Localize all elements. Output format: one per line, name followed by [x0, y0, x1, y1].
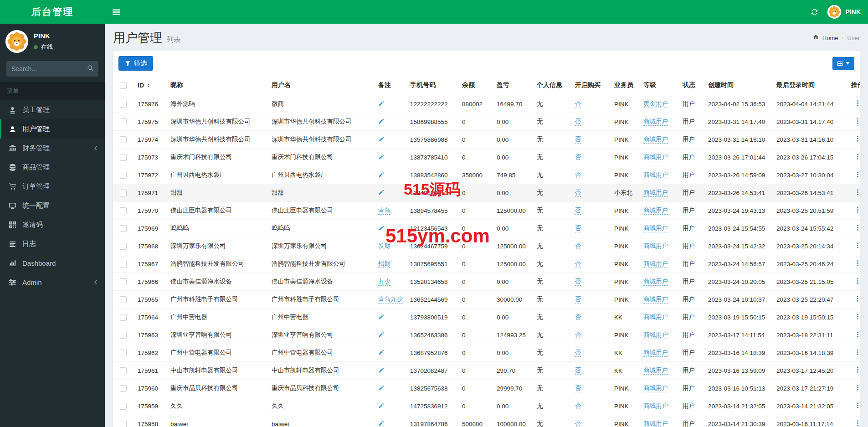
row-checkbox[interactable] [120, 243, 127, 250]
buy-toggle-link[interactable]: 否 [575, 278, 581, 286]
level-link[interactable]: 商城用户 [643, 260, 668, 268]
remark-link[interactable]: 青岛 [378, 207, 390, 215]
buy-toggle-link[interactable]: 否 [575, 420, 581, 427]
row-checkbox[interactable] [120, 278, 127, 285]
pencil-icon[interactable] [378, 367, 385, 373]
level-link[interactable]: 商城用户 [643, 171, 668, 179]
buy-toggle-link[interactable]: 否 [575, 100, 581, 108]
sidebar-item-staff[interactable]: 员工管理 [0, 100, 105, 119]
level-link[interactable]: 商城用户 [643, 136, 668, 144]
buy-toggle-link[interactable]: 否 [575, 207, 581, 215]
row-actions-icon[interactable] [854, 153, 860, 160]
remark-link[interactable]: 发财 [378, 242, 390, 250]
row-actions-icon[interactable] [854, 384, 860, 391]
row-actions-icon[interactable] [854, 224, 860, 231]
buy-toggle-link[interactable]: 否 [575, 314, 581, 321]
pencil-icon[interactable] [378, 385, 385, 391]
buy-toggle-link[interactable]: 否 [575, 118, 581, 126]
search-icon[interactable] [87, 65, 93, 73]
hamburger-icon[interactable] [112, 8, 121, 16]
select-all-checkbox[interactable] [120, 82, 127, 89]
row-checkbox[interactable] [120, 421, 127, 427]
level-link[interactable]: 商城用户 [643, 189, 668, 197]
row-checkbox[interactable] [120, 101, 127, 108]
level-link[interactable]: 商城用户 [643, 154, 668, 161]
level-link[interactable]: 商城用户 [643, 118, 668, 126]
pencil-icon[interactable] [378, 402, 385, 409]
row-actions-icon[interactable] [854, 402, 860, 409]
pencil-icon[interactable] [378, 154, 385, 160]
level-link[interactable]: 商城用户 [643, 242, 668, 250]
buy-toggle-link[interactable]: 否 [575, 331, 581, 339]
level-link[interactable]: 商城用户 [643, 296, 668, 304]
row-checkbox[interactable] [120, 314, 127, 321]
level-link[interactable]: 商城用户 [643, 402, 668, 410]
filter-button[interactable]: 筛选 [118, 56, 153, 71]
sort-icon[interactable] [146, 82, 151, 88]
buy-toggle-link[interactable]: 否 [575, 349, 581, 357]
buy-toggle-link[interactable]: 否 [575, 385, 581, 392]
row-actions-icon[interactable] [854, 420, 860, 427]
row-checkbox[interactable] [120, 190, 127, 196]
buy-toggle-link[interactable]: 否 [575, 296, 581, 304]
level-link[interactable]: 商城用户 [643, 225, 668, 232]
buy-toggle-link[interactable]: 否 [575, 225, 581, 232]
buy-toggle-link[interactable]: 否 [575, 402, 581, 410]
buy-toggle-link[interactable]: 否 [575, 154, 581, 161]
pencil-icon[interactable] [378, 225, 385, 231]
pencil-icon[interactable] [378, 118, 385, 124]
buy-toggle-link[interactable]: 否 [575, 260, 581, 268]
row-checkbox[interactable] [120, 261, 127, 268]
header-id[interactable]: ID [134, 76, 167, 95]
refresh-icon[interactable] [811, 8, 818, 16]
breadcrumb-home[interactable]: Home [822, 35, 838, 41]
pencil-icon[interactable] [378, 331, 385, 338]
level-link[interactable]: 商城用户 [643, 349, 668, 357]
row-actions-icon[interactable] [854, 118, 860, 124]
sidebar-item-admin[interactable]: Admin [0, 273, 105, 292]
level-link[interactable]: 商城用户 [643, 367, 668, 375]
row-checkbox[interactable] [120, 350, 127, 356]
row-checkbox[interactable] [120, 385, 127, 392]
pencil-icon[interactable] [378, 100, 385, 107]
pencil-icon[interactable] [378, 189, 385, 195]
row-checkbox[interactable] [120, 332, 127, 339]
row-checkbox[interactable] [120, 172, 127, 179]
row-checkbox[interactable] [120, 403, 127, 410]
buy-toggle-link[interactable]: 否 [575, 189, 581, 197]
row-checkbox[interactable] [120, 207, 127, 214]
pencil-icon[interactable] [378, 349, 385, 355]
row-actions-icon[interactable] [854, 260, 860, 267]
row-checkbox[interactable] [120, 118, 127, 125]
row-actions-icon[interactable] [854, 295, 860, 302]
row-actions-icon[interactable] [854, 100, 860, 107]
remark-link[interactable]: 招财 [378, 260, 390, 268]
sidebar-item-dashboard[interactable]: Dashboard [0, 253, 105, 273]
row-actions-icon[interactable] [854, 135, 860, 142]
row-checkbox[interactable] [120, 154, 127, 161]
sidebar-item-goods[interactable]: 商品管理 [0, 158, 105, 177]
pencil-icon[interactable] [378, 136, 385, 142]
level-link[interactable]: 商城用户 [643, 331, 668, 339]
level-link[interactable]: 商城用户 [643, 207, 668, 215]
row-actions-icon[interactable] [854, 242, 860, 249]
row-checkbox[interactable] [120, 296, 127, 303]
pencil-icon[interactable] [378, 420, 385, 427]
row-checkbox[interactable] [120, 136, 127, 143]
sidebar-item-orders[interactable]: 订单管理 [0, 177, 105, 196]
remark-link[interactable]: 九少 [378, 278, 390, 286]
sidebar-item-finance[interactable]: 财务管理 [0, 139, 105, 158]
row-actions-icon[interactable] [854, 206, 860, 213]
sidebar-item-config[interactable]: 统一配置 [0, 196, 105, 215]
sidebar-item-logs[interactable]: 日志 [0, 234, 105, 253]
buy-toggle-link[interactable]: 否 [575, 136, 581, 144]
column-toggle-button[interactable] [832, 57, 854, 70]
level-link[interactable]: 商城用户 [643, 278, 668, 286]
row-actions-icon[interactable] [854, 278, 860, 284]
row-checkbox[interactable] [120, 367, 127, 374]
pencil-icon[interactable] [378, 171, 385, 178]
sidebar-item-invite-code[interactable]: 邀请码 [0, 215, 105, 234]
buy-toggle-link[interactable]: 否 [575, 367, 581, 375]
level-link[interactable]: 商城用户 [643, 314, 668, 321]
row-actions-icon[interactable] [854, 349, 860, 355]
